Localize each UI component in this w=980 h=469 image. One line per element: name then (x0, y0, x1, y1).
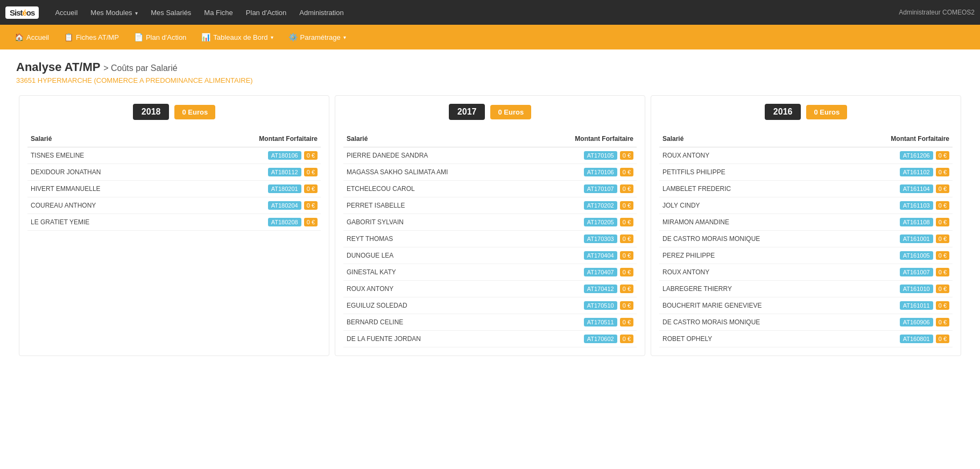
subnav-plan-action[interactable]: 📄 Plan d'Action (128, 30, 193, 45)
nav-mes-salaries[interactable]: Mes Salariés (145, 5, 196, 20)
table-row: TISNES EMELINE AT180106 0 € (27, 147, 321, 164)
table-row: DUNOGUE LEA AT170404 0 € (343, 247, 637, 264)
at-badge[interactable]: AT161102 (900, 168, 933, 176)
table-row: LABREGERE THIERRY AT161010 0 € (659, 281, 953, 297)
table-row: COUREAU ANTHONY AT180204 0 € (27, 197, 321, 214)
at-badge[interactable]: AT170205 (584, 218, 617, 226)
at-badge[interactable]: AT161011 (900, 301, 933, 310)
top-nav-links: Accueil Mes Modules ▾ Mes Salariés Ma Fi… (50, 5, 899, 20)
year-header-2017: 2017 0 Euros (343, 104, 637, 120)
table-row: JOLY CINDY AT161103 0 € (659, 197, 953, 214)
table-row: BERNARD CELINE AT170511 0 € (343, 314, 637, 331)
subnav-accueil-label: Accueil (26, 33, 49, 41)
at-badge[interactable]: AT161007 (900, 268, 933, 276)
sub-navigation: 🏠 Accueil 📋 Fiches AT/MP 📄 Plan d'Action… (0, 25, 980, 49)
year-column-2016: 2016 0 Euros Salarié Montant Forfaitaire… (651, 95, 961, 356)
col-montant-2018: Montant Forfaitaire (186, 131, 321, 147)
table-row: DE LA FUENTE JORDAN AT170602 0 € (343, 331, 637, 347)
at-badge[interactable]: AT161001 (900, 234, 933, 243)
at-badge[interactable]: AT161206 (900, 151, 933, 160)
year-header-2018: 2018 0 Euros (27, 104, 321, 120)
zero-euro-badge: 0 € (620, 251, 633, 260)
at-badge[interactable]: AT180201 (268, 184, 301, 193)
montant-cell: AT161108 0 € (841, 214, 953, 231)
table-row: ROUX ANTONY AT161206 0 € (659, 147, 953, 164)
salarie-name: DUNOGUE LEA (343, 247, 526, 264)
zero-euro-badge: 0 € (936, 251, 949, 260)
montant-cell: AT180106 0 € (186, 147, 321, 164)
zero-euro-badge: 0 € (304, 218, 318, 226)
col-salarie-2016: Salarié (659, 131, 841, 147)
table-row: MIRAMON AMANDINE AT161108 0 € (659, 214, 953, 231)
nav-administration[interactable]: Administration (294, 5, 349, 20)
zero-euro-badge: 0 € (304, 151, 318, 160)
year-columns: 2018 0 Euros Salarié Montant Forfaitaire… (16, 95, 964, 356)
nav-accueil[interactable]: Accueil (50, 5, 83, 20)
montant-cell: AT170205 0 € (526, 214, 637, 231)
at-badge[interactable]: AT161005 (900, 251, 933, 260)
at-badge[interactable]: AT161103 (900, 201, 933, 210)
at-badge[interactable]: AT160801 (900, 335, 933, 343)
salarie-name: ETCHELECOU CAROL (343, 181, 526, 197)
subnav-plan-label: Plan d'Action (146, 33, 186, 41)
subnav-tableaux[interactable]: 📊 Tableaux de Bord ▾ (195, 30, 279, 45)
page-subtitle: > Coûts par Salarié (103, 63, 177, 73)
nav-plan-action[interactable]: Plan d'Action (241, 5, 292, 20)
at-badge[interactable]: AT161108 (900, 218, 933, 226)
zero-euro-badge: 0 € (620, 151, 633, 160)
subnav-parametrage-label: Paramétrage (300, 33, 341, 41)
montant-cell: AT180112 0 € (186, 164, 321, 181)
table-row: REYT THOMAS AT170303 0 € (343, 231, 637, 247)
app-logo[interactable]: Sistéos (5, 6, 39, 19)
zero-euro-badge: 0 € (936, 268, 949, 276)
salarie-name: GINESTAL KATY (343, 264, 526, 281)
page-title-main: Analyse AT/MP (16, 60, 100, 74)
table-row: LE GRATIET YEMIE AT180208 0 € (27, 214, 321, 231)
montant-cell: AT161102 0 € (841, 164, 953, 181)
table-row: MAGASSA SAKHO SALIMATA AMI AT170106 0 € (343, 164, 637, 181)
dropdown-arrow-parametrage: ▾ (343, 34, 346, 40)
zero-euro-badge: 0 € (936, 151, 949, 160)
at-badge[interactable]: AT170106 (584, 168, 617, 176)
salarie-name: PIERRE DANEDE SANDRA (343, 147, 526, 164)
at-badge[interactable]: AT161104 (900, 184, 933, 193)
salarie-name: ROUX ANTONY (659, 264, 841, 281)
zero-euro-badge: 0 € (620, 301, 633, 310)
at-badge[interactable]: AT170105 (584, 151, 617, 160)
home-icon: 🏠 (15, 33, 24, 41)
user-info: Administrateur COMEOS2 (899, 9, 975, 16)
subnav-tableaux-label: Tableaux de Bord (213, 33, 267, 41)
montant-cell: AT170602 0 € (526, 331, 637, 347)
zero-euro-badge: 0 € (620, 268, 633, 276)
at-badge[interactable]: AT170407 (584, 268, 617, 276)
plan-icon: 📄 (134, 33, 143, 41)
table-row: PEREZ PHILIPPE AT161005 0 € (659, 247, 953, 264)
zero-euro-badge: 0 € (936, 201, 949, 210)
at-badge[interactable]: AT180204 (268, 201, 301, 210)
zero-euro-badge: 0 € (936, 285, 949, 293)
at-badge[interactable]: AT180112 (268, 168, 301, 176)
subnav-accueil[interactable]: 🏠 Accueil (8, 30, 55, 45)
at-badge[interactable]: AT170602 (584, 335, 617, 343)
at-badge[interactable]: AT170511 (584, 318, 617, 326)
year-badge-2018: 2018 (133, 104, 170, 120)
nav-ma-fiche[interactable]: Ma Fiche (199, 5, 238, 20)
zero-euro-badge: 0 € (304, 201, 318, 210)
at-badge[interactable]: AT161010 (900, 285, 933, 293)
at-badge[interactable]: AT170510 (584, 301, 617, 310)
at-badge[interactable]: AT170404 (584, 251, 617, 260)
subnav-fiches-atmp[interactable]: 📋 Fiches AT/MP (58, 30, 125, 45)
euro-badge-2017: 0 Euros (490, 105, 531, 119)
at-badge[interactable]: AT180106 (268, 151, 301, 160)
at-badge[interactable]: AT170107 (584, 184, 617, 193)
nav-mes-modules[interactable]: Mes Modules ▾ (85, 5, 143, 20)
at-badge[interactable]: AT170303 (584, 234, 617, 243)
at-badge[interactable]: AT170202 (584, 201, 617, 210)
table-row: ROUX ANTONY AT170412 0 € (343, 281, 637, 297)
at-badge[interactable]: AT180208 (268, 218, 301, 226)
page-title: Analyse AT/MP > Coûts par Salarié (16, 60, 964, 74)
at-badge[interactable]: AT170412 (584, 285, 617, 293)
subnav-parametrage[interactable]: ⚙️ Paramétrage ▾ (282, 30, 352, 45)
montant-cell: AT170202 0 € (526, 197, 637, 214)
at-badge[interactable]: AT160906 (900, 318, 933, 326)
